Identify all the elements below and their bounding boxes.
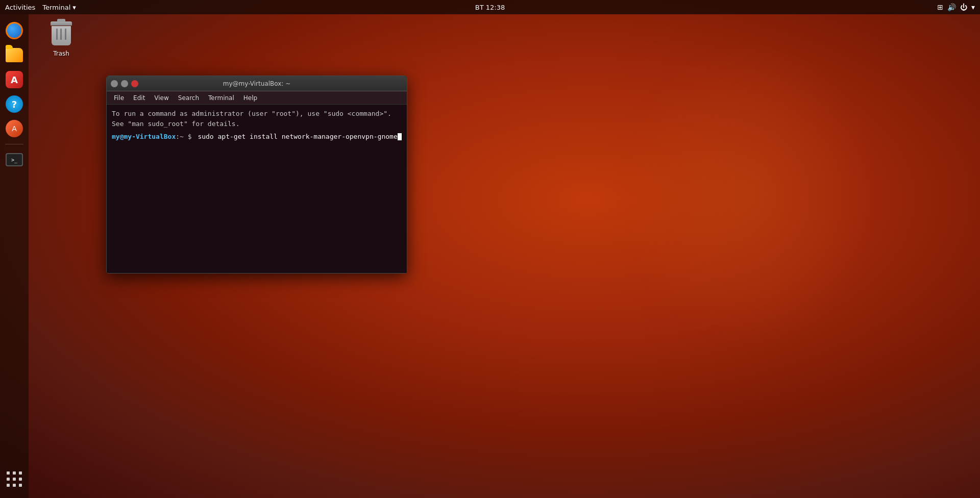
terminal-titlebar: my@my-VirtualBox: ~ <box>107 76 407 91</box>
menu-help[interactable]: Help <box>239 93 261 103</box>
help-icon: ? <box>5 95 23 113</box>
terminal-window: my@my-VirtualBox: ~ File Edit View Searc… <box>106 76 407 273</box>
trash-label: Trash <box>53 50 69 57</box>
terminal-info: To run a command as administrator (user … <box>112 109 402 129</box>
trash-icon <box>49 21 74 48</box>
dot <box>13 471 16 475</box>
topbar-right: ⊞ 🔊 ⏻ ▾ <box>937 3 975 11</box>
dock-item-help[interactable]: ? <box>3 93 26 115</box>
trash-line <box>65 29 66 40</box>
apps-grid-icon <box>6 470 23 488</box>
topbar-app-label: Terminal <box>42 4 70 11</box>
trash-body <box>52 26 71 45</box>
activities-button[interactable]: Activities <box>5 4 35 11</box>
desktop-icon-trash[interactable]: Trash <box>41 18 82 60</box>
trash-line <box>56 29 58 40</box>
topbar: Activities Terminal ▾ BT 12:38 ⊞ 🔊 ⏻ ▾ <box>0 0 980 14</box>
firefox-icon <box>5 21 23 40</box>
updater-icon: A <box>5 119 23 138</box>
dock-item-terminal[interactable] <box>3 148 26 171</box>
topbar-left: Activities Terminal ▾ <box>5 4 76 11</box>
titlebar-buttons <box>111 80 138 87</box>
menu-file[interactable]: File <box>110 93 128 103</box>
dot <box>7 484 10 487</box>
terminal-menubar: File Edit View Search Terminal Help <box>107 91 407 105</box>
dot <box>19 484 22 487</box>
dot <box>7 471 10 475</box>
network-icon[interactable]: ⊞ <box>937 3 943 11</box>
trash-lines <box>52 29 71 40</box>
topbar-app-arrow: ▾ <box>72 4 76 11</box>
system-menu-icon[interactable]: ▾ <box>971 3 975 11</box>
terminal-cursor <box>398 133 402 140</box>
dock-separator <box>5 144 23 144</box>
files-icon <box>5 46 23 64</box>
maximize-button[interactable] <box>121 80 128 87</box>
menu-search[interactable]: Search <box>174 93 203 103</box>
dot <box>19 471 22 475</box>
desktop: Activities Terminal ▾ BT 12:38 ⊞ 🔊 ⏻ ▾ <box>0 0 980 498</box>
topbar-clock[interactable]: BT 12:38 <box>475 4 505 11</box>
terminal-command: sudo apt-get install network-manager-ope… <box>198 133 397 140</box>
dot <box>7 478 10 481</box>
menu-view[interactable]: View <box>150 93 173 103</box>
dot <box>13 478 16 481</box>
terminal-content[interactable]: To run a command as administrator (user … <box>107 105 407 273</box>
dock-item-updater[interactable]: A <box>3 117 26 140</box>
dock: A ? A <box>0 14 29 498</box>
trash-line <box>60 29 62 40</box>
sound-icon[interactable]: 🔊 <box>947 3 956 11</box>
prompt-user: my@my-VirtualBox <box>112 133 176 140</box>
dock-item-firefox[interactable] <box>3 19 26 42</box>
show-applications-button[interactable] <box>3 470 26 493</box>
software-center-icon: A <box>5 70 23 89</box>
system-tray: ⊞ 🔊 ⏻ ▾ <box>937 3 975 11</box>
menu-edit[interactable]: Edit <box>129 93 149 103</box>
menu-terminal[interactable]: Terminal <box>204 93 238 103</box>
dot <box>19 478 22 481</box>
prompt-dollar: $ <box>184 133 195 140</box>
terminal-prompt-line: my@my-VirtualBox :~ $ sudo apt-get insta… <box>112 133 402 140</box>
topbar-app-menu[interactable]: Terminal ▾ <box>42 4 76 11</box>
prompt-path: :~ <box>176 133 184 140</box>
terminal-title: my@my-VirtualBox: ~ <box>223 80 290 87</box>
dock-item-files[interactable] <box>3 44 26 66</box>
trash-lid <box>51 21 72 26</box>
terminal-dock-icon <box>6 153 23 166</box>
dot <box>13 484 16 487</box>
close-button[interactable] <box>131 80 138 87</box>
dock-item-software-center[interactable]: A <box>3 68 26 91</box>
minimize-button[interactable] <box>111 80 118 87</box>
power-icon[interactable]: ⏻ <box>960 3 967 11</box>
terminal-dock-icon-wrapper <box>5 151 23 169</box>
